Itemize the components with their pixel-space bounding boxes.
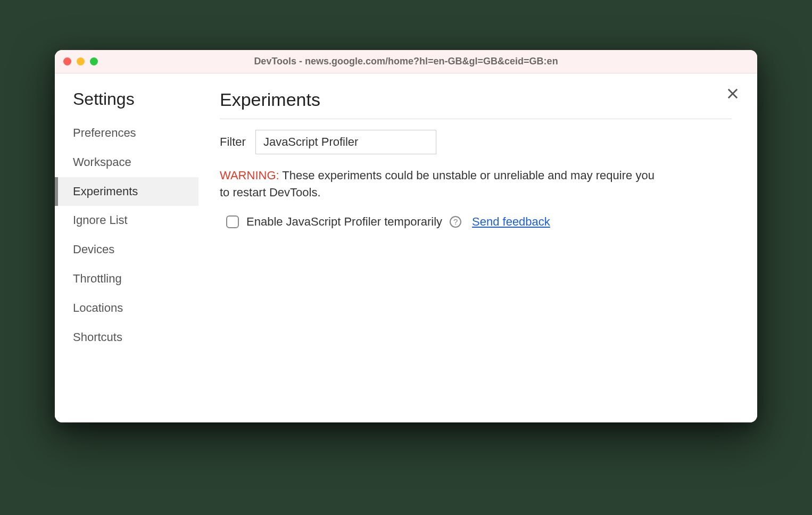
- sidebar-item-locations[interactable]: Locations: [55, 294, 198, 323]
- traffic-lights: [63, 57, 98, 65]
- close-icon[interactable]: [725, 86, 740, 101]
- sidebar: Settings Preferences Workspace Experimen…: [55, 73, 198, 422]
- titlebar: DevTools - news.google.com/home?hl=en-GB…: [55, 50, 757, 73]
- minimize-window-icon[interactable]: [77, 57, 85, 65]
- page-title: Experiments: [220, 89, 732, 119]
- experiment-row: Enable JavaScript Profiler temporarily ?…: [220, 215, 732, 229]
- help-icon[interactable]: ?: [450, 216, 461, 228]
- warning-body: These experiments could be unstable or u…: [220, 169, 654, 199]
- maximize-window-icon[interactable]: [90, 57, 98, 65]
- window-title: DevTools - news.google.com/home?hl=en-GB…: [254, 56, 558, 67]
- send-feedback-link[interactable]: Send feedback: [472, 215, 550, 229]
- sidebar-title: Settings: [55, 89, 198, 119]
- sidebar-item-throttling[interactable]: Throttling: [55, 264, 198, 294]
- main-panel: Experiments Filter WARNING: These experi…: [198, 73, 757, 422]
- filter-label: Filter: [220, 135, 246, 149]
- warning-label: WARNING:: [220, 169, 279, 182]
- sidebar-item-preferences[interactable]: Preferences: [55, 119, 198, 148]
- devtools-window: DevTools - news.google.com/home?hl=en-GB…: [55, 50, 757, 422]
- sidebar-item-ignore-list[interactable]: Ignore List: [55, 206, 198, 235]
- sidebar-item-workspace[interactable]: Workspace: [55, 148, 198, 177]
- experiment-label: Enable JavaScript Profiler temporarily: [246, 215, 442, 229]
- filter-row: Filter: [220, 130, 732, 154]
- sidebar-item-devices[interactable]: Devices: [55, 235, 198, 264]
- experiment-checkbox[interactable]: [226, 215, 239, 228]
- sidebar-item-shortcuts[interactable]: Shortcuts: [55, 323, 198, 352]
- content: Settings Preferences Workspace Experimen…: [55, 73, 757, 422]
- warning-text: WARNING: These experiments could be unst…: [220, 167, 656, 201]
- filter-input[interactable]: [255, 130, 436, 154]
- sidebar-item-experiments[interactable]: Experiments: [55, 177, 198, 206]
- close-window-icon[interactable]: [63, 57, 71, 65]
